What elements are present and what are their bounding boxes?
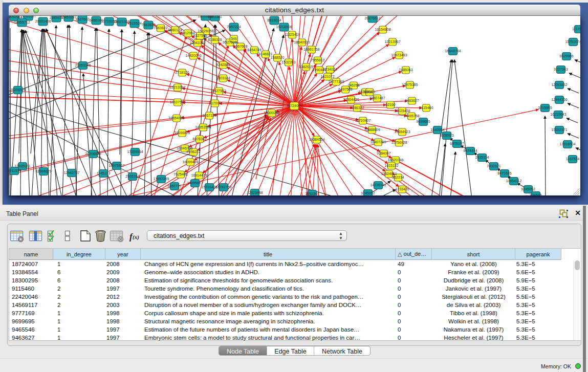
svg-text:12975185: 12975185	[402, 83, 418, 86]
svg-text:20876612: 20876612	[364, 16, 380, 20]
svg-text:19654923: 19654923	[394, 130, 410, 134]
svg-text:12213967: 12213967	[384, 40, 400, 43]
svg-text:10853287: 10853287	[60, 16, 76, 19]
svg-text:14495758: 14495758	[403, 114, 419, 118]
svg-text:3911577: 3911577	[9, 169, 21, 172]
svg-text:13935001: 13935001	[14, 164, 30, 168]
svg-text:10973493: 10973493	[391, 53, 407, 57]
svg-text:29053346: 29053346	[75, 63, 91, 67]
svg-text:534161: 534161	[363, 90, 375, 94]
svg-text:9474444: 9474444	[463, 149, 477, 152]
svg-text:10543382: 10543382	[189, 41, 205, 45]
svg-text:13524851: 13524851	[381, 172, 397, 176]
svg-text:10107553: 10107553	[169, 100, 185, 104]
svg-text:9329966: 9329966	[559, 54, 573, 58]
svg-text:1615132: 1615132	[384, 164, 398, 167]
svg-text:20691406: 20691406	[35, 19, 51, 23]
svg-text:1621072: 1621072	[320, 75, 334, 78]
svg-text:12923448: 12923448	[247, 191, 263, 194]
svg-text:2718126: 2718126	[175, 71, 189, 74]
svg-text:19777169: 19777169	[328, 80, 344, 83]
svg-text:15692371: 15692371	[551, 128, 567, 132]
svg-text:19384554: 19384554	[309, 138, 324, 141]
svg-text:17957255: 17957255	[153, 177, 169, 181]
svg-text:11568629: 11568629	[36, 169, 52, 173]
svg-text:9242848: 9242848	[216, 63, 230, 67]
svg-text:9227343: 9227343	[554, 68, 568, 71]
svg-text:20206526: 20206526	[85, 152, 101, 156]
svg-text:9498222: 9498222	[186, 150, 200, 154]
svg-text:16648784: 16648784	[445, 49, 461, 53]
svg-text:6497568: 6497568	[338, 87, 352, 91]
svg-text:9384067: 9384067	[377, 151, 390, 155]
svg-text:15751074: 15751074	[565, 40, 580, 43]
svg-text:18407299: 18407299	[370, 140, 386, 144]
svg-text:252214: 252214	[392, 176, 404, 179]
svg-text:15716485: 15716485	[201, 185, 217, 189]
svg-text:1292344: 1292344	[305, 192, 319, 195]
svg-text:11720407: 11720407	[355, 119, 371, 122]
svg-text:11325419: 11325419	[285, 33, 300, 36]
svg-text:8878342: 8878342	[192, 137, 206, 141]
svg-text:1117534: 1117534	[572, 27, 580, 31]
svg-text:1603381: 1603381	[208, 16, 222, 18]
svg-text:16046786: 16046786	[177, 146, 192, 150]
svg-text:3267130: 3267130	[202, 114, 216, 117]
svg-text:7955812: 7955812	[311, 58, 324, 62]
svg-text:16210643: 16210643	[550, 113, 566, 116]
svg-text:14420046: 14420046	[185, 54, 201, 57]
svg-text:16961758: 16961758	[303, 48, 319, 51]
svg-text:9245052: 9245052	[521, 187, 535, 191]
svg-text:10688609: 10688609	[364, 128, 380, 132]
svg-text:19218506: 19218506	[276, 25, 292, 29]
svg-text:2935114: 2935114	[475, 156, 489, 159]
svg-text:62160: 62160	[385, 103, 396, 106]
svg-text:18300295: 18300295	[264, 111, 279, 115]
svg-text:10756928: 10756928	[391, 141, 407, 144]
svg-text:9457791: 9457791	[167, 184, 181, 188]
svg-text:1145133: 1145133	[97, 171, 111, 175]
svg-text:10654112: 10654112	[506, 179, 522, 183]
svg-text:14353594: 14353594	[195, 125, 211, 129]
svg-text:1640954: 1640954	[430, 128, 444, 132]
svg-text:15226058: 15226058	[198, 29, 213, 33]
svg-text:7663822: 7663822	[154, 26, 167, 30]
svg-text:12213392: 12213392	[169, 85, 185, 89]
svg-text:2905313: 2905313	[125, 174, 139, 178]
svg-text:2803144: 2803144	[216, 76, 230, 80]
svg-text:17016504: 17016504	[559, 142, 575, 146]
svg-text:(x): (x)	[133, 234, 139, 240]
svg-text:9245052: 9245052	[361, 191, 375, 195]
svg-text:20364436: 20364436	[343, 98, 359, 101]
svg-text:16099489: 16099489	[182, 160, 198, 164]
svg-text:18640910: 18640910	[294, 40, 310, 44]
svg-text:10025438: 10025438	[394, 109, 410, 113]
svg-text:12444156: 12444156	[551, 98, 567, 101]
svg-text:14095817: 14095817	[187, 181, 203, 185]
svg-text:16914479: 16914479	[191, 173, 207, 177]
svg-text:10807487: 10807487	[369, 96, 385, 100]
svg-text:8813014: 8813014	[267, 18, 281, 22]
svg-text:16520746: 16520746	[387, 158, 403, 162]
svg-text:546: 546	[231, 37, 237, 40]
svg-text:9527508: 9527508	[223, 40, 236, 44]
svg-text:3215955: 3215955	[538, 106, 552, 110]
svg-text:8660124: 8660124	[168, 28, 182, 32]
svg-text:18724007: 18724007	[286, 104, 302, 107]
svg-text:9734024: 9734024	[323, 68, 337, 71]
svg-text:8427552: 8427552	[212, 89, 226, 93]
svg-text:17359934: 17359934	[127, 150, 143, 154]
svg-text:19654925: 19654925	[168, 116, 184, 120]
svg-text:6879197: 6879197	[450, 142, 464, 145]
svg-text:14136141: 14136141	[370, 183, 386, 187]
svg-text:9463627: 9463627	[405, 99, 419, 102]
svg-text:8471626: 8471626	[497, 171, 511, 175]
svg-text:8938923: 8938923	[440, 134, 453, 137]
svg-text:12942737: 12942737	[63, 171, 79, 174]
svg-text:14055712: 14055712	[14, 20, 30, 24]
svg-text:924505: 924505	[530, 193, 541, 195]
svg-text:8186328: 8186328	[208, 38, 222, 41]
svg-text:1527602: 1527602	[75, 17, 89, 21]
svg-text:1733426: 1733426	[395, 187, 409, 191]
svg-text:26206526: 26206526	[10, 88, 26, 92]
